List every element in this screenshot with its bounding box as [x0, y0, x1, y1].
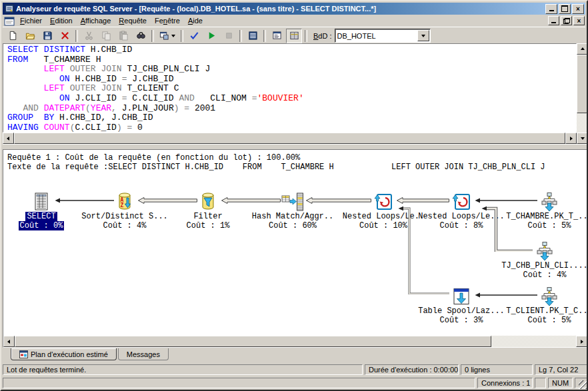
save-button[interactable]: [39, 29, 55, 43]
tab-messages-label: Messages: [127, 350, 160, 358]
tab-messages[interactable]: Messages: [118, 348, 169, 360]
execute-query-button[interactable]: [203, 29, 219, 43]
scroll-up-button[interactable]: [577, 43, 588, 55]
plan-node-cost: Coût : 5%: [496, 316, 587, 325]
menu-aide[interactable]: Aide: [184, 15, 207, 26]
scroll-down-button[interactable]: [577, 133, 588, 144]
hash-operator-icon: [281, 192, 304, 212]
scroll-right-button[interactable]: [565, 133, 577, 144]
seek-operator-icon: [538, 192, 561, 212]
child-restore-button[interactable]: [561, 16, 572, 25]
database-label: BdD :: [313, 32, 332, 40]
toolbar: BdD :DB_HOTEL: [3, 27, 585, 44]
toolbar-separator: [263, 30, 266, 42]
menu-items-container: FichierEditionAffichageRequêteFenêtreAid…: [16, 17, 207, 25]
plan-connector-arrow: [398, 205, 449, 297]
execution-plan-pane: Requête 1 : Coût de la requête (en fonct…: [3, 149, 588, 348]
sql-editor[interactable]: SELECT DISTINCT H.CHB_IDFROM T_CHAMBRE H…: [3, 43, 577, 133]
menu-requte[interactable]: Requête: [115, 15, 151, 26]
close-button[interactable]: ×: [572, 4, 584, 14]
sql-vertical-scrollbar[interactable]: [577, 43, 588, 144]
status-message: Lot de requêtes terminé.: [3, 364, 363, 375]
query-status-bar: Lot de requêtes terminé. Durée d'exécuti…: [3, 364, 588, 376]
tab-plan-execution[interactable]: Plan d'exécution estimé: [11, 348, 117, 360]
plan-connector-arrow: [221, 195, 281, 207]
database-combobox-arrow[interactable]: [417, 30, 429, 41]
status-small-panel: [535, 378, 546, 388]
status-connections: Connexions : 1: [477, 378, 533, 388]
sql-line: LEFT OUTER JOIN T_CLIENT C: [7, 84, 576, 94]
app-icon: [5, 4, 14, 13]
plan-tab-icon: [19, 350, 28, 358]
toolbar-separator: [151, 30, 154, 42]
child-minimize-button[interactable]: [548, 16, 559, 25]
plan-node-label: TJ_CHB_PLN_CLI....: [491, 262, 587, 270]
database-combobox[interactable]: DB_HOTEL: [335, 29, 431, 43]
sql-line: ON J.CLI_ID = C.CLI_ID AND CLI_NOM ='BOU…: [7, 94, 576, 104]
status-duration: Durée d'exécution : 0:00:00: [365, 364, 459, 375]
menu-fichier[interactable]: Fichier: [16, 15, 46, 26]
sql-line: GROUP BY H.CHB_ID, J.CHB_ID: [7, 113, 576, 123]
title-bar: Analyseur de requête SQL Server - [Requê…: [3, 3, 585, 15]
plan-node-cost: Coût : 4%: [491, 271, 587, 280]
plan-scroll-left-button[interactable]: [3, 336, 15, 347]
sql-line: SELECT DISTINCT H.CHB_ID: [7, 45, 576, 55]
window-title: Analyseur de requête SQL Server - [Requê…: [16, 5, 543, 13]
menu-fentre[interactable]: Fenêtre: [151, 15, 184, 26]
plan-scroll-right-button[interactable]: [576, 336, 587, 347]
sql-line: ON H.CHB_ID = J.CHB_ID: [7, 75, 576, 85]
paste-button[interactable]: [115, 29, 131, 43]
execution-mode-dropdown[interactable]: [157, 29, 178, 43]
hscroll-thumb[interactable]: [14, 133, 565, 144]
tab-plan-label: Plan d'exécution estimé: [31, 350, 108, 358]
seek-operator-icon: [538, 286, 561, 306]
properties-button[interactable]: [269, 29, 285, 43]
app-window: Analyseur de requête SQL Server - [Requê…: [0, 0, 588, 391]
stop-query-button[interactable]: [221, 29, 237, 43]
cut-button[interactable]: [81, 29, 97, 43]
menu-edition[interactable]: Edition: [46, 15, 77, 26]
filter-operator-icon: [197, 192, 219, 212]
mdi-child-icon[interactable]: [4, 16, 15, 26]
minimize-button[interactable]: [545, 4, 557, 14]
clear-window-button[interactable]: [57, 29, 73, 43]
app-status-empty: [3, 378, 475, 388]
menu-bar: FichierEditionAffichageRequêteFenêtreAid…: [3, 15, 585, 27]
plan-node-label: T_CLIENT.PK_T_C...: [496, 307, 587, 316]
menu-affichage[interactable]: Affichage: [77, 15, 115, 26]
svg-text:Z: Z: [121, 202, 124, 208]
grid-results-button[interactable]: [286, 29, 302, 43]
dropdown-caret-icon: [171, 35, 175, 39]
plan-connector-arrow: [306, 195, 371, 207]
toolbar-separator: [181, 30, 183, 42]
plan-query-cost-line: Requête 1 : Coût de la requête (en fonct…: [7, 153, 300, 163]
results-tab-bar: Plan d'exécution estimé Messages: [3, 348, 588, 363]
plan-hscroll-thumb[interactable]: [15, 336, 491, 347]
vscroll-thumb[interactable]: [577, 55, 588, 113]
query-window-button[interactable]: [245, 29, 261, 43]
resize-grip[interactable]: [579, 380, 587, 389]
toolbar-separator: [305, 30, 307, 42]
sql-horizontal-scrollbar[interactable]: [3, 133, 577, 144]
scroll-left-button[interactable]: [3, 133, 14, 144]
new-query-button[interactable]: [5, 29, 21, 43]
status-row-count: 0 lignes: [461, 364, 533, 375]
open-file-button[interactable]: [22, 29, 38, 43]
plan-connector-arrow: [55, 195, 114, 207]
plan-connector-arrow: [475, 290, 537, 302]
find-button[interactable]: [133, 29, 149, 43]
copy-button[interactable]: [98, 29, 114, 43]
plan-connector-arrow: [481, 205, 533, 254]
child-close-button[interactable]: ×: [573, 16, 585, 25]
status-cursor-position: Lg 7, Col 22: [535, 364, 588, 375]
maximize-button[interactable]: [559, 4, 571, 14]
plan-horizontal-scrollbar[interactable]: [3, 336, 587, 347]
parse-query-button[interactable]: [186, 29, 202, 43]
seek-operator-icon: [533, 241, 556, 261]
sql-line: FROM T_CHAMBRE H: [7, 55, 576, 65]
toolbar-separator: [239, 30, 242, 42]
status-num-lock: NUM: [548, 378, 573, 388]
toolbar-separator: [75, 30, 78, 42]
loops-operator-icon: [450, 192, 473, 212]
sql-line: HAVING COUNT(C.CLI_ID) = 0: [7, 123, 576, 133]
